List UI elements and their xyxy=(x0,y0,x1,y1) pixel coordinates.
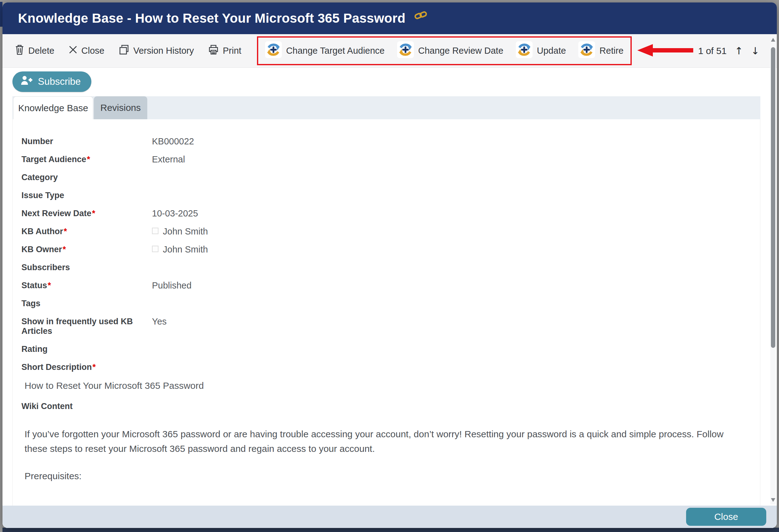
printer-icon xyxy=(208,45,219,57)
tab-revisions-label: Revisions xyxy=(100,103,141,113)
field-label: KB Author* xyxy=(21,227,139,236)
field-value-text: KB000022 xyxy=(152,137,194,146)
form-rows: NumberKB000022Target Audience*ExternalCa… xyxy=(21,137,732,411)
wiki-prerequisites-heading: Prerequisites: xyxy=(24,471,732,481)
vertical-scrollbar[interactable] xyxy=(770,36,776,504)
trash-icon xyxy=(15,44,24,58)
user-checkbox[interactable] xyxy=(152,228,159,234)
next-record-arrow-icon[interactable]: ↓ xyxy=(751,46,760,56)
change-review-date-label: Change Review Date xyxy=(418,46,503,56)
required-asterisk: * xyxy=(87,155,91,164)
modal-content: Subscribe Knowledge Base Revisions Numbe… xyxy=(2,68,777,506)
field-label: Category xyxy=(21,173,139,182)
scroll-up-arrow-icon[interactable] xyxy=(771,38,775,42)
background-page-bottom xyxy=(2,528,779,532)
form-row: Short Description* xyxy=(21,362,732,372)
link-icon[interactable] xyxy=(414,10,427,22)
print-button[interactable]: Print xyxy=(208,45,241,57)
required-asterisk: * xyxy=(48,281,51,290)
version-history-button[interactable]: Version History xyxy=(119,45,194,57)
kb-article-modal: Knowledge Base - How to Reset Your Micro… xyxy=(2,2,777,528)
field-label: Number xyxy=(21,137,139,146)
form-row: KB Author*John Smith xyxy=(21,227,732,236)
form-row: Status*Published xyxy=(21,281,732,290)
footer-close-button[interactable]: Close xyxy=(686,508,766,526)
close-label: Close xyxy=(81,46,104,56)
field-value-text: 10-03-2025 xyxy=(152,209,198,218)
page-title: Knowledge Base - How to Reset Your Micro… xyxy=(18,11,406,26)
field-value-text: John Smith xyxy=(163,245,208,254)
update-label: Update xyxy=(537,46,566,56)
field-value: External xyxy=(139,155,185,164)
change-target-audience-label: Change Target Audience xyxy=(286,46,385,56)
modal-titlebar: Knowledge Base - How to Reset Your Micro… xyxy=(2,2,777,34)
field-value: 10-03-2025 xyxy=(139,209,198,218)
field-label: Status* xyxy=(21,281,139,290)
circular-arrows-plus-icon xyxy=(265,41,282,60)
retire-button[interactable]: Retire xyxy=(578,41,623,60)
update-button[interactable]: Update xyxy=(516,41,566,60)
modal-footer: Close xyxy=(2,506,777,528)
field-value: Published xyxy=(139,281,191,290)
change-review-date-button[interactable]: Change Review Date xyxy=(397,41,503,60)
form-row: Rating xyxy=(21,344,732,354)
record-pager: 1 of 51 ↑ ↓ xyxy=(698,46,760,56)
tab-revisions[interactable]: Revisions xyxy=(94,96,147,119)
form-row: Category xyxy=(21,173,732,182)
wiki-content-paragraph: If you’ve forgotten your Microsoft 365 p… xyxy=(24,427,732,456)
copy-pages-icon xyxy=(119,45,129,57)
print-label: Print xyxy=(223,46,241,56)
tab-knowledge-base[interactable]: Knowledge Base xyxy=(13,96,93,119)
form-row: Wiki Content xyxy=(21,402,732,411)
field-value: John Smith xyxy=(139,227,208,236)
change-target-audience-button[interactable]: Change Target Audience xyxy=(265,41,385,60)
field-label: Subscribers xyxy=(21,263,139,272)
person-plus-icon xyxy=(20,75,33,88)
form-row: Tags xyxy=(21,299,732,309)
user-checkbox[interactable] xyxy=(152,246,159,252)
required-asterisk: * xyxy=(92,209,96,218)
field-value: KB000022 xyxy=(139,137,194,146)
retire-label: Retire xyxy=(599,46,623,56)
short-description-value: How to Reset Your Microsoft 365 Password xyxy=(24,381,732,391)
field-label: Tags xyxy=(21,299,139,309)
delete-label: Delete xyxy=(28,46,54,56)
red-arrow-left xyxy=(637,43,694,59)
form-row: Issue Type xyxy=(21,191,732,200)
scroll-down-arrow-icon[interactable] xyxy=(771,498,775,502)
tab-strip: Knowledge Base Revisions xyxy=(12,96,760,119)
field-label: KB Owner* xyxy=(21,245,139,254)
field-label: Short Description* xyxy=(21,362,139,372)
form-row: Subscribers xyxy=(21,263,732,272)
field-label: Next Review Date* xyxy=(21,209,139,218)
record-count: 1 of 51 xyxy=(698,46,727,56)
field-label: Rating xyxy=(21,344,139,354)
form-row: Next Review Date*10-03-2025 xyxy=(21,209,732,218)
field-label: Show in frequently used KB Articles xyxy=(21,317,139,336)
field-value-text: John Smith xyxy=(163,227,208,236)
circular-arrows-plus-icon xyxy=(578,41,595,60)
delete-button[interactable]: Delete xyxy=(15,44,54,58)
field-label: Issue Type xyxy=(21,191,139,200)
field-value: Yes xyxy=(139,317,167,326)
required-asterisk: * xyxy=(63,245,66,254)
form-row: Target Audience*External xyxy=(21,155,732,164)
circular-arrows-plus-icon xyxy=(397,41,414,60)
field-label: Wiki Content xyxy=(21,402,139,411)
background-page-fragment xyxy=(0,2,2,27)
field-value-text: External xyxy=(152,155,185,164)
knowledge-base-form-panel: NumberKB000022Target Audience*ExternalCa… xyxy=(12,119,760,506)
required-asterisk: * xyxy=(93,362,96,372)
previous-record-arrow-icon[interactable]: ↑ xyxy=(734,46,743,56)
red-highlight-box: Change Target Audience Change Review Dat… xyxy=(257,36,632,65)
form-row: NumberKB000022 xyxy=(21,137,732,146)
version-history-label: Version History xyxy=(133,46,194,56)
x-icon xyxy=(69,45,77,56)
close-button[interactable]: Close xyxy=(69,45,104,56)
subscribe-label: Subscribe xyxy=(38,76,81,87)
required-asterisk: * xyxy=(64,227,67,236)
tab-knowledge-base-label: Knowledge Base xyxy=(18,103,88,113)
form-row: KB Owner*John Smith xyxy=(21,245,732,254)
subscribe-button[interactable]: Subscribe xyxy=(12,71,92,92)
scrollbar-thumb[interactable] xyxy=(771,47,775,348)
